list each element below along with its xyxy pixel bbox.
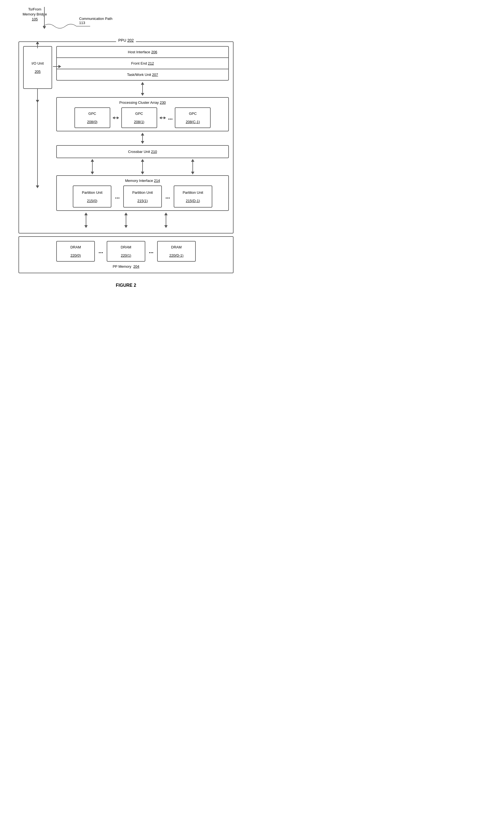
- arrow-head-down: [36, 100, 39, 103]
- partition-0-box: Partition Unit 215(0): [73, 185, 111, 208]
- gpc-c1-box: GPC 208(C-1): [175, 107, 211, 128]
- gpc-row: GPC 208(0) GPC 208(1): [60, 107, 226, 128]
- stacked-to-cluster-arrow: [56, 81, 229, 97]
- arrow-line: [192, 167, 193, 172]
- gpc-arrow-01: [112, 116, 119, 119]
- arrow-head-right: [58, 65, 61, 68]
- arrow-line: [142, 162, 143, 167]
- arrow-crossbar-mem-1: [91, 159, 94, 174]
- arrow-head-up: [124, 213, 128, 215]
- arrow-head-down: [191, 172, 194, 174]
- pp-memory-box: DRAM 220(0) ... DRAM 220(1) ... DRAM 220…: [18, 236, 234, 273]
- arrow-line: [115, 117, 117, 118]
- partition-1-box: Partition Unit 215(1): [123, 185, 162, 208]
- dram-0-box: DRAM 220(0): [56, 241, 95, 262]
- arrow-line: [37, 44, 38, 48]
- arrow-line: [166, 220, 166, 225]
- dram-dots-2: ...: [148, 248, 155, 255]
- io-right-arrow: [53, 65, 61, 68]
- arrow-head-up: [141, 159, 144, 162]
- arrow-head-left: [112, 116, 115, 119]
- arrow-mem-pp-3: [164, 213, 168, 228]
- arrow-head-up: [84, 213, 88, 215]
- front-end-box: Front End 212: [57, 58, 228, 69]
- arrow-line: [162, 117, 164, 118]
- crossbar-to-mem-arrows: [56, 158, 229, 175]
- cluster-array-label: Processing Cluster Array 230: [60, 100, 226, 105]
- arrow-mem-pp-1: [84, 213, 88, 228]
- arrow-head-up: [141, 133, 144, 135]
- arrow-head-down: [36, 185, 39, 188]
- arrow-head-down: [141, 93, 144, 96]
- ppu-interior: I/O Unit 205: [23, 46, 229, 211]
- comm-path-label: Communication Path 113: [79, 17, 112, 25]
- arrow-mem-pp-2: [124, 213, 128, 228]
- mem-to-ppmem-arrows: [23, 212, 229, 229]
- arrow-line: [86, 215, 86, 220]
- gpc-0-box: GPC 208(0): [74, 107, 110, 128]
- io-unit-box: I/O Unit 205: [23, 46, 52, 89]
- pp-memory-label: PP Memory 204: [22, 265, 230, 269]
- arrow-head-down: [164, 225, 168, 228]
- io-down-connector: [36, 89, 39, 103]
- arrow-line: [86, 220, 86, 225]
- arrow-line: [53, 66, 58, 67]
- io-down-memory-arrow: [36, 92, 39, 188]
- arrow-line: [142, 167, 143, 172]
- gpc-dots: ...: [168, 114, 173, 121]
- arrow-line: [126, 220, 126, 225]
- arrow-line: [37, 89, 38, 100]
- memory-interface-label: Memory Interface 214: [60, 178, 226, 183]
- dram-d1-box: DRAM 220(D-1): [157, 241, 196, 262]
- gpc-arrow-1dots: [159, 116, 166, 119]
- arrow-line: [142, 85, 143, 89]
- stacked-group: Host Interface 206 Front End 212 Task/Wo…: [56, 46, 229, 81]
- cluster-to-crossbar-arrow: [56, 131, 229, 145]
- arrow-head-right: [117, 116, 119, 119]
- arrow-head-up: [91, 159, 94, 162]
- partition-dots: ...: [114, 193, 121, 200]
- arrow-head-down: [141, 172, 144, 174]
- arrow-line: [192, 162, 193, 167]
- arrow-head-left: [159, 116, 162, 119]
- arrow-head-up: [141, 82, 144, 85]
- arrow-line: [37, 92, 38, 185]
- cluster-array-box: Processing Cluster Array 230 GPC 208(0): [56, 97, 229, 131]
- arrow-head-right: [164, 116, 166, 119]
- main-content: Host Interface 206 Front End 212 Task/Wo…: [56, 46, 229, 211]
- arrow-line-down: [142, 89, 143, 93]
- arrow-head-down: [91, 172, 94, 174]
- arrow-crossbar-mem-3: [191, 159, 194, 174]
- io-up-arrow: [36, 41, 39, 48]
- ppu-box: PPU 202 I/O Unit 205: [18, 41, 234, 234]
- dram-1-box: DRAM 220(1): [107, 241, 145, 262]
- arrow-line: [166, 215, 166, 220]
- arrow-head-up: [36, 41, 39, 44]
- arrow-line: [126, 215, 126, 220]
- partition-row: Partition Unit 215(0) ... Partition Unit…: [60, 185, 226, 208]
- arrow-line-up: [142, 135, 143, 138]
- arrow-head-down: [141, 141, 144, 144]
- gpc-1-box: GPC 208(1): [121, 107, 157, 128]
- arrow-head-down: [124, 225, 128, 228]
- arrow-line-down: [142, 138, 143, 141]
- arrow-head-down: [84, 225, 88, 228]
- top-section: To/From Memory Bridge 105 Communication …: [7, 6, 245, 41]
- arrow-head-up: [191, 159, 194, 162]
- memory-interface-box: Memory Interface 214 Partition Unit 215(…: [56, 175, 229, 211]
- arrow-line: [92, 167, 93, 172]
- arrow-crossbar-mem-2: [141, 159, 144, 174]
- crossbar-box: Crossbar Unit 210: [56, 145, 229, 158]
- arrow-line: [92, 162, 93, 167]
- task-work-unit-box: Task/Work Unit 207: [57, 69, 228, 80]
- diagram-container: To/From Memory Bridge 105 Communication …: [7, 6, 245, 288]
- host-interface-box: Host Interface 206: [57, 47, 228, 58]
- figure-label: FIGURE 2: [116, 283, 136, 288]
- partition-d1-box: Partition Unit 215(D-1): [174, 185, 212, 208]
- dram-row: DRAM 220(0) ... DRAM 220(1) ... DRAM 220…: [22, 241, 230, 262]
- partition-dots-2: ...: [164, 193, 171, 200]
- dram-dots: ...: [97, 248, 104, 255]
- ppu-label: PPU 202: [116, 38, 136, 42]
- arrow-head-up: [164, 213, 168, 215]
- io-unit-column: I/O Unit 205: [23, 46, 56, 89]
